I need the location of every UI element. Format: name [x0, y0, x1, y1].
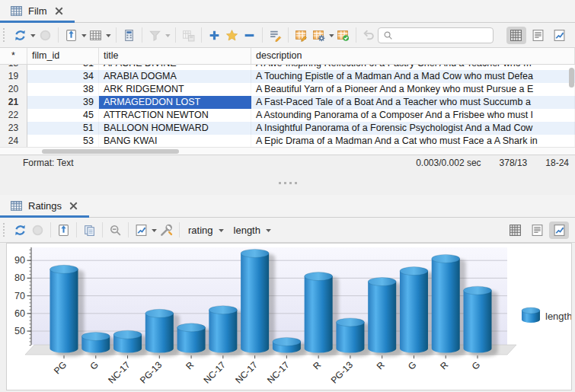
row-number[interactable]: 19	[0, 70, 27, 83]
view-grid-button[interactable]	[505, 221, 525, 239]
cell-description[interactable]: A Touching Epistle of a Madman And a Mad…	[251, 70, 575, 83]
column-header-rownum[interactable]: *	[0, 48, 27, 64]
view-text-button[interactable]	[527, 221, 547, 239]
chevron-down-icon[interactable]	[81, 32, 88, 39]
column-header-film_id[interactable]: film_id	[27, 48, 99, 64]
cell-description[interactable]: A Beautiful Yarn of a Pioneer And a Monk…	[251, 83, 575, 96]
x-tick-label: R	[438, 359, 450, 371]
ratings-toolbar: rating length	[0, 218, 575, 243]
edit-grid-button[interactable]	[292, 26, 310, 44]
tab-ratings[interactable]: Ratings	[0, 195, 89, 217]
edit-document-icon	[269, 29, 282, 42]
close-icon[interactable]	[67, 199, 80, 212]
row-number[interactable]: 20	[0, 83, 27, 96]
cell-film-id[interactable]: 45	[27, 109, 99, 122]
toolbar-grip[interactable]	[3, 28, 8, 42]
horizontal-scrollbar[interactable]	[0, 147, 575, 155]
cell-film-id[interactable]: 53	[27, 135, 99, 147]
cell-description[interactable]: A Awe-Inspiring Reflection of a Pastry C…	[251, 65, 575, 70]
tab-film[interactable]: Film	[0, 0, 75, 22]
refresh-icon	[14, 224, 27, 237]
row-number[interactable]: 18	[0, 65, 27, 70]
copy-button[interactable]	[81, 221, 98, 239]
x-tick-label: NC-17	[265, 359, 292, 386]
grid-options-button[interactable]	[87, 26, 104, 44]
export-button[interactable]	[55, 221, 72, 239]
view-chart-button[interactable]	[549, 221, 569, 239]
chart-type-button[interactable]	[133, 221, 150, 239]
cell-film-id[interactable]: 31	[27, 65, 99, 70]
sash-handle-dots[interactable]	[279, 182, 297, 184]
grid-settings-button[interactable]	[310, 26, 327, 44]
cell-title[interactable]: BALLOON HOMEWARD	[99, 122, 251, 135]
cell-film-id[interactable]: 39	[27, 96, 99, 109]
x-tick-label: NC-17	[202, 359, 228, 386]
tab-film-label: Film	[28, 5, 47, 18]
chevron-down-icon[interactable]	[30, 32, 37, 39]
chevron-down-icon[interactable]	[165, 32, 171, 39]
add-row-button[interactable]	[206, 26, 223, 44]
delete-row-button[interactable]	[241, 26, 258, 44]
splitter-sash[interactable]	[0, 171, 575, 195]
grid-apply-button[interactable]	[334, 26, 352, 44]
cell-film-id[interactable]: 51	[27, 122, 99, 135]
cell-description[interactable]: A Fast-Paced Tale of a Boat And a Teache…	[251, 96, 575, 109]
cell-title[interactable]: APACHE DIVINE	[99, 65, 251, 70]
row-number[interactable]: 22	[0, 109, 27, 122]
favorites-button[interactable]	[223, 26, 241, 44]
y-axis-select[interactable]: length	[229, 221, 276, 239]
zoom-out-button[interactable]	[107, 221, 124, 239]
view-grid-button[interactable]	[506, 27, 525, 44]
export-button[interactable]	[62, 26, 80, 44]
refresh-button[interactable]	[11, 26, 29, 44]
x-axis-select[interactable]: rating	[184, 221, 229, 239]
column-header-title[interactable]: title	[99, 48, 251, 64]
toolbar-grip[interactable]	[3, 223, 8, 237]
chevron-down-icon[interactable]	[328, 32, 335, 39]
vertical-scrollbar[interactable]	[569, 68, 574, 88]
cell-title[interactable]: ATTRACTION NEWTON	[99, 109, 251, 122]
chevron-down-icon[interactable]	[105, 32, 112, 39]
undo-button[interactable]	[360, 26, 378, 44]
calculator-icon	[123, 29, 136, 42]
cell-title[interactable]: ARK RIDGEMONT	[99, 83, 251, 96]
chart-settings-button[interactable]	[158, 221, 175, 239]
row-number[interactable]: 21	[0, 96, 27, 109]
table-row: 2351BALLOON HOMEWARDA Insightful Panoram…	[0, 122, 575, 135]
spreadsheet-icon	[10, 199, 23, 212]
save-rows-button[interactable]	[180, 26, 197, 44]
cell-description[interactable]: A Astounding Panorama of a Composer And …	[251, 109, 575, 122]
chart-view-icon	[553, 29, 566, 42]
cell-title[interactable]: BANG KWAI	[99, 135, 251, 147]
cell-description[interactable]: A Epic Drama of a Madman And a Cat who m…	[251, 135, 575, 147]
status-row-range: 18-24	[545, 158, 569, 168]
cell-film-id[interactable]: 38	[27, 83, 99, 96]
calc-panel-button[interactable]	[120, 26, 138, 44]
x-axis-value: rating	[188, 225, 213, 236]
status-row-count: 378/13	[500, 158, 528, 168]
chart-legend: length	[522, 308, 572, 323]
edit-value-button[interactable]	[267, 26, 284, 44]
scrollbar-thumb[interactable]	[42, 149, 179, 154]
stop-button[interactable]	[37, 26, 54, 44]
film-grid: *film_idtitledescription 1831APACHE DIVI…	[0, 48, 575, 155]
refresh-button[interactable]	[11, 221, 29, 239]
chevron-down-icon[interactable]	[151, 227, 158, 234]
view-chart-button[interactable]	[550, 27, 569, 44]
cell-title[interactable]: ARMAGEDDON LOST	[99, 96, 251, 109]
row-number[interactable]: 24	[0, 135, 27, 147]
close-icon[interactable]	[53, 5, 65, 18]
filter-button[interactable]	[146, 26, 164, 44]
view-text-button[interactable]	[529, 27, 548, 44]
search-input[interactable]	[396, 30, 488, 40]
column-header-description[interactable]: description	[251, 48, 575, 64]
row-number[interactable]: 23	[0, 122, 27, 135]
cell-description[interactable]: A Insightful Panorama of a Forensic Psyc…	[251, 122, 575, 135]
separator	[356, 27, 356, 43]
x-tick-label: G	[470, 359, 483, 372]
film-status-bar: Format: Text 0.003/0.002 sec 378/13 18-2…	[0, 155, 575, 171]
cell-title[interactable]: ARABIA DOGMA	[99, 70, 251, 83]
chart-view-icon	[553, 224, 566, 237]
stop-button[interactable]	[29, 221, 46, 239]
cell-film-id[interactable]: 34	[27, 70, 99, 83]
